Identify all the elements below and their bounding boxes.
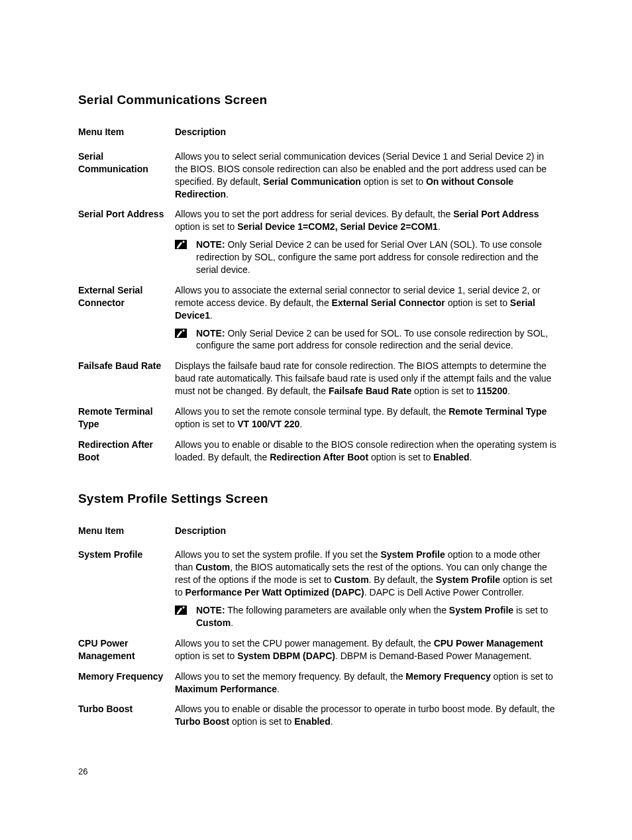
menu-item: Failsafe Baud Rate [78, 356, 175, 401]
section1-col2: Description [175, 126, 557, 146]
note-text: NOTE: Only Serial Device 2 can be used f… [196, 238, 557, 276]
note-block: NOTE: The following parameters are avail… [175, 604, 557, 629]
section2-col1: Menu Item [78, 525, 175, 545]
note-icon [175, 240, 187, 249]
description: Allows you to enable or disable the proc… [175, 699, 557, 732]
section2-col2: Description [175, 525, 557, 545]
note-icon [175, 329, 187, 338]
table-row: Memory Frequency Allows you to set the m… [78, 666, 557, 700]
menu-item: External Serial Connector [78, 280, 175, 356]
menu-item: CPU Power Management [78, 633, 175, 666]
menu-item: System Profile [78, 545, 175, 633]
menu-item: Memory Frequency [78, 666, 175, 700]
note-block: NOTE: Only Serial Device 2 can be used f… [175, 238, 557, 276]
table-row: Serial Port Address Allows you to set th… [78, 204, 557, 280]
table-row: Failsafe Baud Rate Displays the failsafe… [78, 356, 557, 401]
table-row: System Profile Allows you to set the sys… [78, 545, 557, 633]
description: Displays the failsafe baud rate for cons… [175, 356, 557, 401]
page-number: 26 [78, 766, 87, 776]
table-row: Redirection After Boot Allows you to ena… [78, 435, 557, 468]
menu-item: Serial Port Address [78, 204, 175, 280]
table-row: CPU Power Management Allows you to set t… [78, 633, 557, 666]
description: Allows you to set the memory frequency. … [175, 666, 557, 700]
section1-col1: Menu Item [78, 126, 175, 146]
description: Allows you to set the system profile. If… [175, 545, 557, 633]
description: Allows you to set the remote console ter… [175, 401, 557, 435]
menu-item: Remote Terminal Type [78, 401, 175, 435]
description: Allows you to associate the external ser… [175, 280, 557, 356]
section2-title: System Profile Settings Screen [78, 492, 557, 506]
table-row: External Serial Connector Allows you to … [78, 280, 557, 356]
description: Allows you to set the CPU power manageme… [175, 633, 557, 666]
page: Serial Communications Screen Menu Item D… [0, 0, 632, 840]
note-block: NOTE: Only Serial Device 2 can be used f… [175, 327, 557, 352]
note-icon [175, 605, 187, 615]
table-row: Turbo Boost Allows you to enable or disa… [78, 699, 557, 732]
section2-table: Menu Item Description System Profile All… [78, 525, 557, 733]
section1-table: Menu Item Description Serial Communicati… [78, 126, 557, 468]
description: Allows you to enable or disable to the B… [175, 435, 557, 468]
table-row: Remote Terminal Type Allows you to set t… [78, 401, 557, 435]
table-row: Serial Communication Allows you to selec… [78, 146, 557, 205]
section1-title: Serial Communications Screen [78, 93, 557, 107]
menu-item: Redirection After Boot [78, 435, 175, 468]
menu-item: Serial Communication [78, 146, 175, 205]
description: Allows you to set the port address for s… [175, 204, 557, 280]
note-text: NOTE: Only Serial Device 2 can be used f… [196, 327, 557, 352]
menu-item: Turbo Boost [78, 699, 175, 732]
description: Allows you to select serial communicatio… [175, 146, 557, 205]
note-text: NOTE: The following parameters are avail… [196, 604, 557, 629]
